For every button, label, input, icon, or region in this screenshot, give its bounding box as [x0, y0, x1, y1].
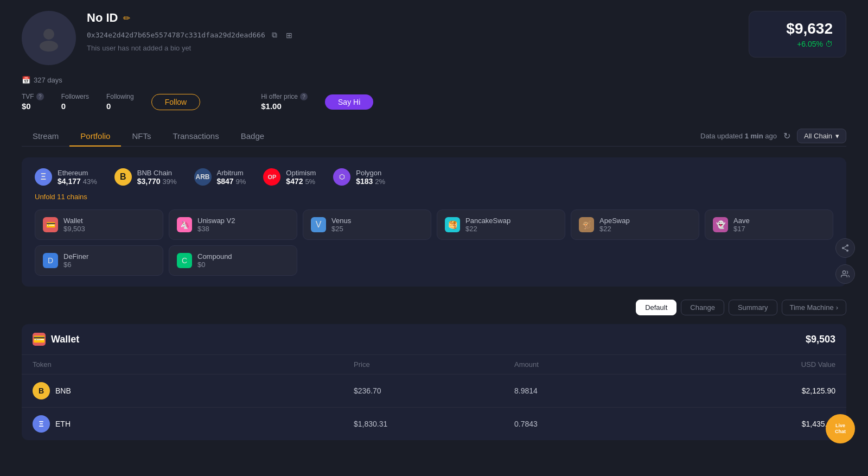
- view-default-button[interactable]: Default: [636, 300, 676, 315]
- tvf-help-icon[interactable]: ?: [36, 93, 44, 100]
- bnb-amount: 8.9814: [514, 386, 675, 395]
- bnb-token-icon: B: [33, 382, 50, 399]
- chain-item-optimism[interactable]: OP Optimism $472 5%: [263, 168, 316, 186]
- chevron-down-icon: ▾: [835, 132, 839, 140]
- live-chat-line1: Live: [835, 423, 845, 429]
- token-row-bnb[interactable]: B BNB $236.70 8.9814 $2,125.90: [22, 374, 846, 407]
- col-usd-value: USD Value: [675, 360, 835, 369]
- chain-item-arbitrum[interactable]: ARB Arbitrum $847 9%: [194, 168, 246, 186]
- eth-token-icon: Ξ: [33, 415, 50, 433]
- polygon-icon: ⬡: [333, 168, 350, 186]
- portfolio-card: $9,632 +6.05% ⏱: [749, 11, 846, 58]
- hi-offer-label: Hi offer price: [261, 93, 298, 100]
- col-token: Token: [33, 360, 354, 369]
- refresh-button[interactable]: ↻: [783, 131, 790, 141]
- chain-item-ethereum[interactable]: Ξ Ethereum $4,177 43%: [35, 168, 97, 186]
- qr-code-button[interactable]: ⊞: [284, 30, 295, 41]
- bnb-chain-value: $3,770 39%: [137, 177, 177, 186]
- days-label: 327 days: [34, 76, 62, 84]
- token-table-header: Token Price Amount USD Value: [22, 354, 846, 374]
- apeswap-icon: 🐒: [579, 217, 594, 232]
- unfold-chains-link[interactable]: Unfold 11 chains: [35, 193, 87, 201]
- bnb-symbol: BNB: [55, 386, 71, 395]
- tabs-bar: Stream Portfolio NFTs Transactions Badge…: [22, 126, 846, 147]
- aave-icon: 👻: [713, 217, 728, 232]
- followers-stat: Followers 0: [61, 93, 89, 111]
- svg-line-5: [844, 249, 847, 250]
- chain-item-bnb[interactable]: B BNB Chain $3,770 39%: [114, 168, 177, 186]
- protocol-aave[interactable]: 👻 Aave $17: [705, 210, 833, 240]
- ethereum-name: Ethereum: [58, 169, 97, 177]
- compound-icon: C: [177, 253, 192, 268]
- definer-icon: D: [43, 253, 58, 268]
- copy-address-button[interactable]: ⧉: [270, 29, 279, 41]
- protocol-compound[interactable]: C Compound $0: [169, 245, 297, 276]
- col-price: Price: [354, 360, 514, 369]
- view-time-machine-button[interactable]: Time Machine ›: [782, 300, 847, 315]
- tab-portfolio[interactable]: Portfolio: [69, 126, 121, 146]
- wallet-section-title: Wallet: [51, 334, 79, 345]
- eth-usd-value: $1,435.42: [675, 420, 835, 428]
- tab-badge[interactable]: Badge: [230, 126, 275, 146]
- tab-nfts[interactable]: NFTs: [121, 126, 162, 146]
- calendar-icon: 📅: [22, 76, 30, 84]
- svg-point-2: [846, 244, 848, 246]
- arbitrum-name: Arbitrum: [217, 169, 246, 177]
- protocol-wallet[interactable]: 💳 Wallet $9,503: [35, 210, 163, 240]
- tab-transactions[interactable]: Transactions: [162, 126, 229, 146]
- svg-point-7: [843, 271, 845, 274]
- chain-dropdown[interactable]: All Chain ▾: [797, 129, 846, 143]
- live-chat-button[interactable]: Live Chat: [826, 414, 855, 443]
- right-sidebar: [835, 238, 855, 284]
- venus-icon: V: [311, 217, 326, 232]
- svg-line-6: [844, 246, 847, 247]
- data-updated-label: Data updated 1 min ago: [700, 132, 777, 140]
- hi-offer-value: $1.00: [261, 101, 308, 111]
- protocol-pancakeswap[interactable]: 🥞 PancakeSwap $22: [437, 210, 565, 240]
- protocol-apeswap[interactable]: 🐒 ApeSwap $22: [571, 210, 699, 240]
- clock-icon: ⏱: [825, 40, 833, 48]
- wallet-total-value: $9,503: [806, 334, 835, 345]
- chevron-right-icon: ›: [836, 303, 838, 312]
- wallet-protocol-icon: 💳: [43, 217, 58, 232]
- follow-button[interactable]: Follow: [151, 94, 200, 110]
- hi-offer-help-icon[interactable]: ?: [300, 93, 308, 100]
- portfolio-change: +6.05% ⏱: [762, 40, 833, 48]
- uniswap-icon: 🦄: [177, 217, 192, 232]
- col-amount: Amount: [514, 360, 675, 369]
- wallet-section-icon: 💳: [33, 333, 46, 346]
- protocol-uniswap[interactable]: 🦄 Uniswap V2 $38: [169, 210, 297, 240]
- bnb-chain-name: BNB Chain: [137, 169, 177, 177]
- chain-dropdown-label: All Chain: [804, 132, 832, 140]
- view-summary-button[interactable]: Summary: [729, 300, 777, 315]
- say-hi-button[interactable]: Say Hi: [325, 94, 373, 110]
- arbitrum-value: $847 9%: [217, 177, 246, 186]
- portfolio-value: $9,632: [762, 20, 833, 37]
- arbitrum-icon: ARB: [194, 168, 212, 186]
- svg-point-1: [40, 41, 58, 52]
- protocol-grid: 💳 Wallet $9,503 🦄 Uniswap V2 $38 V Venus…: [35, 210, 833, 276]
- chain-item-polygon[interactable]: ⬡ Polygon $183 2%: [333, 168, 385, 186]
- view-change-button[interactable]: Change: [681, 300, 724, 315]
- tab-stream[interactable]: Stream: [22, 126, 69, 146]
- polygon-value: $183 2%: [356, 177, 385, 186]
- followers-value: 0: [61, 101, 89, 111]
- wallet-section: 💳 Wallet $9,503 Token Price Amount USD V…: [22, 324, 846, 440]
- edit-icon[interactable]: ✏: [123, 13, 130, 23]
- token-row-eth[interactable]: Ξ ETH $1,830.31 0.7843 $1,435.42: [22, 407, 846, 440]
- view-toggle-row: Default Change Summary Time Machine ›: [22, 300, 846, 315]
- ethereum-value: $4,177 43%: [58, 177, 97, 186]
- protocol-venus[interactable]: V Venus $25: [303, 210, 431, 240]
- sidebar-users-button[interactable]: [835, 264, 855, 284]
- hi-offer-stat: Hi offer price ? $1.00: [261, 93, 308, 111]
- eth-amount: 0.7843: [514, 420, 675, 428]
- protocol-definer[interactable]: D DeFiner $6: [35, 245, 163, 276]
- live-chat-line2: Chat: [835, 429, 846, 435]
- tvf-label: TVF: [22, 93, 34, 100]
- followers-label: Followers: [61, 93, 89, 100]
- tvf-stat: TVF ? $0: [22, 93, 44, 111]
- following-label: Following: [106, 93, 134, 100]
- sidebar-share-button[interactable]: [835, 238, 855, 258]
- profile-bio: This user has not added a bio yet: [87, 44, 846, 52]
- bnb-chain-icon: B: [114, 168, 132, 186]
